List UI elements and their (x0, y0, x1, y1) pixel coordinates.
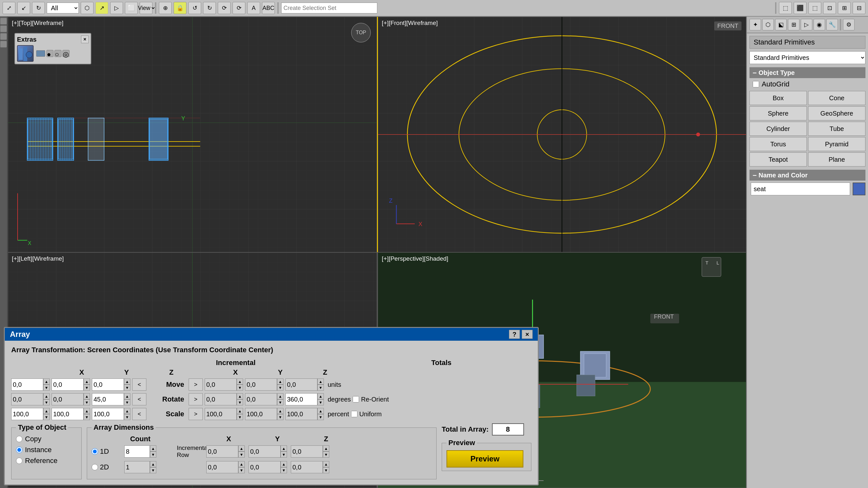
rotate-y-down[interactable]: ▼ (84, 399, 90, 405)
dim-2d-count-up[interactable]: ▲ (150, 461, 156, 467)
viewport-top[interactable]: Extras × (8, 17, 377, 252)
rotate-x-down[interactable]: ▼ (43, 399, 50, 405)
view-dropdown[interactable]: View (137, 4, 156, 11)
move-ty-up[interactable]: ▲ (277, 379, 283, 385)
dim-1d-radio[interactable] (92, 448, 98, 455)
scale-right-arrow[interactable]: > (189, 408, 203, 420)
dim-2d-x-up[interactable]: ▲ (238, 461, 245, 467)
std-primitives-dropdown[interactable]: Standard Primitives (749, 51, 865, 64)
pyramid-button[interactable]: Pyramid (808, 137, 865, 151)
move-x-down[interactable]: ▼ (43, 385, 50, 391)
uniform-checkbox[interactable] (351, 411, 358, 417)
toolbar-btn-5[interactable]: ⊕ (159, 2, 172, 14)
dim-2d-z-down[interactable]: ▼ (323, 467, 329, 473)
move-left-arrow[interactable]: < (132, 379, 146, 391)
scale-y-down[interactable]: ▼ (84, 414, 90, 420)
right-tb-shape[interactable]: ⬡ (762, 19, 774, 30)
dim-z-input[interactable] (291, 446, 323, 458)
preview-button[interactable]: Preview (446, 450, 523, 467)
dim-2d-x-down[interactable]: ▼ (238, 467, 245, 473)
rotate-tz-input[interactable] (285, 393, 317, 405)
move-tz-input[interactable] (285, 379, 317, 391)
toolbar-btn-r4[interactable]: ⊡ (823, 2, 836, 14)
dim-x-up[interactable]: ▲ (238, 446, 245, 452)
move-ty-down[interactable]: ▼ (277, 385, 283, 391)
scale-tx-up[interactable]: ▲ (237, 408, 243, 414)
plane-button[interactable]: Plane (808, 153, 865, 166)
rotate-x-input[interactable] (11, 393, 43, 405)
extras-dot-2[interactable]: ○ (55, 50, 62, 57)
extras-small-icon-1[interactable] (36, 50, 45, 57)
torus-button[interactable]: Torus (749, 137, 807, 151)
dim-x-down[interactable]: ▼ (238, 452, 245, 458)
extras-close-button[interactable]: × (81, 36, 89, 43)
scale-y-input[interactable] (52, 408, 84, 420)
move-tz-down[interactable]: ▼ (317, 385, 324, 391)
rotate-y-input[interactable] (52, 393, 84, 405)
instance-radio[interactable] (16, 447, 23, 453)
name-color-collapse[interactable]: – Name and Color (749, 170, 865, 181)
scale-z-up[interactable]: ▲ (124, 408, 130, 414)
toolbar-btn-6[interactable]: ↺ (188, 2, 201, 14)
rotate-ty-up[interactable]: ▲ (277, 393, 283, 399)
sphere-button[interactable]: Sphere (749, 106, 807, 120)
scale-x-down[interactable]: ▼ (43, 414, 50, 420)
move-ty-input[interactable] (245, 379, 277, 391)
dim-z-down[interactable]: ▼ (323, 452, 329, 458)
copy-radio[interactable] (16, 436, 23, 442)
rotate-z-down[interactable]: ▼ (124, 399, 130, 405)
rotate-ty-input[interactable] (245, 393, 277, 405)
rotate-tx-input[interactable] (205, 393, 237, 405)
create-selection-set-input[interactable] (281, 3, 377, 13)
right-tb-utilities[interactable]: 🔧 (826, 19, 838, 30)
rotate-right-arrow[interactable]: > (189, 393, 203, 405)
toolbar-btn-snap[interactable]: 🔒 (174, 2, 186, 14)
dim-2d-z-input[interactable] (291, 461, 323, 473)
toolbar-btn-move[interactable]: ↙ (17, 2, 30, 14)
scale-left-arrow[interactable]: < (132, 408, 146, 420)
move-y-up[interactable]: ▲ (84, 379, 90, 385)
toolbar-btn-9[interactable]: ⟳ (232, 2, 245, 14)
scale-ty-down[interactable]: ▼ (277, 414, 283, 420)
color-swatch[interactable] (852, 183, 865, 195)
extras-dot-1[interactable]: ● (46, 50, 54, 57)
toolbar-btn-3[interactable]: ▷ (110, 2, 123, 14)
dim-y-input[interactable] (249, 446, 281, 458)
cylinder-button[interactable]: Cylinder (749, 122, 807, 136)
rotate-z-input[interactable] (92, 393, 124, 405)
left-icon-3[interactable] (0, 33, 7, 40)
array-close-button[interactable]: × (522, 330, 533, 339)
dim-2d-x-input[interactable] (206, 461, 238, 473)
move-tx-input[interactable] (205, 379, 237, 391)
scale-tx-down[interactable]: ▼ (237, 414, 243, 420)
scale-ty-up[interactable]: ▲ (277, 408, 283, 414)
move-z-up[interactable]: ▲ (124, 379, 130, 385)
scale-z-input[interactable] (92, 408, 124, 420)
toolbar-btn-2[interactable]: ↗ (95, 2, 108, 14)
move-x-up[interactable]: ▲ (43, 379, 50, 385)
toolbar-btn-r1[interactable]: ⬚ (779, 2, 792, 14)
left-icon-1[interactable] (0, 18, 7, 24)
toolbar-btn-11[interactable]: ABC (262, 2, 275, 14)
dim-2d-y-input[interactable] (249, 461, 281, 473)
right-tb-display[interactable]: ◉ (813, 19, 825, 30)
scale-tz-input[interactable] (285, 408, 317, 420)
toolbar-btn-4[interactable]: ⬜ (125, 2, 138, 14)
rotate-left-arrow[interactable]: < (132, 393, 146, 405)
scale-x-input[interactable] (11, 408, 43, 420)
dim-y-up[interactable]: ▲ (281, 446, 287, 452)
rotate-x-up[interactable]: ▲ (43, 393, 50, 399)
top-navigation-cube[interactable]: TOP (350, 22, 372, 44)
scale-z-down[interactable]: ▼ (124, 414, 130, 420)
move-tz-up[interactable]: ▲ (317, 379, 324, 385)
dim-z-up[interactable]: ▲ (323, 446, 329, 452)
rotate-tz-down[interactable]: ▼ (317, 399, 324, 405)
scale-tz-up[interactable]: ▲ (317, 408, 324, 414)
autogrid-checkbox[interactable] (753, 81, 759, 88)
scale-tx-input[interactable] (205, 408, 237, 420)
right-tb-settings[interactable]: ⚙ (843, 19, 855, 30)
dim-2d-count-down[interactable]: ▼ (150, 467, 156, 473)
move-y-down[interactable]: ▼ (84, 385, 90, 391)
move-tx-down[interactable]: ▼ (237, 385, 243, 391)
box-button[interactable]: Box (749, 91, 807, 105)
